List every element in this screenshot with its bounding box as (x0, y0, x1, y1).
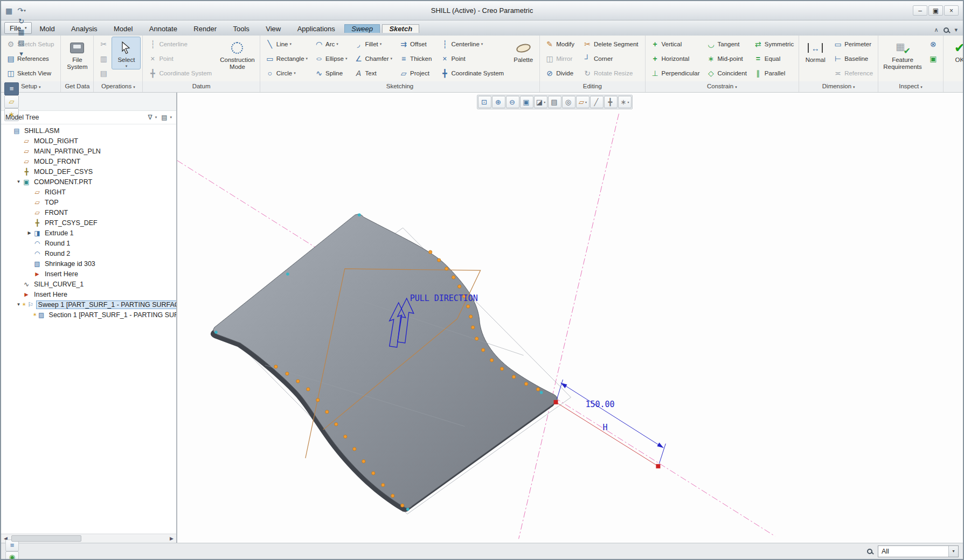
zoom-in-icon[interactable]: ⊕ (492, 96, 505, 108)
tree-item[interactable]: ◠ Round 2 (1, 248, 176, 258)
group-label-dimension[interactable]: Dimension▾ (799, 81, 878, 92)
view-manager-icon[interactable]: ◎ (562, 96, 575, 108)
constraint-button[interactable]: ⇄ Symmetric (751, 37, 796, 51)
restore-button[interactable]: ▣ (928, 5, 943, 16)
constraint-button[interactable]: ◡ Tangent (704, 37, 750, 51)
display-style-icon[interactable]: ◪▾ (534, 96, 547, 108)
repaint-icon[interactable]: ▣ (520, 96, 533, 108)
dimension-tool-button[interactable]: ⊢ Baseline (830, 52, 876, 66)
expander-icon[interactable]: ▼ (15, 179, 22, 184)
sketch-tool-button[interactable]: ┆ Centerline ▾ (437, 37, 508, 51)
expander-icon[interactable]: ▼ (15, 302, 22, 307)
search-icon[interactable] (944, 27, 949, 33)
minimize-button[interactable]: – (913, 5, 927, 16)
feature-requirements-button[interactable]: FeatureRequirements (880, 37, 925, 71)
collapse-ribbon-icon[interactable]: ∧ (934, 26, 938, 33)
constraint-button[interactable]: ∗ Mid-point (704, 52, 750, 66)
tree-filter-icon[interactable]: ∇▾ (148, 114, 157, 121)
tree-item[interactable]: ▱ RIGHT (1, 187, 176, 197)
screen-icon[interactable]: ▤ (16, 38, 27, 48)
scrollbar-thumb[interactable] (11, 535, 81, 542)
close-button[interactable]: × (944, 5, 959, 16)
tree-item[interactable]: ► Insert Here (1, 269, 176, 279)
sketch-reference-line[interactable] (556, 402, 658, 466)
ribbon-tab[interactable]: Sweep (344, 24, 380, 33)
tree-horizontal-scrollbar[interactable]: ◀ ▶ (1, 534, 176, 543)
tree-item[interactable]: ▤ SHILL.ASM (1, 125, 176, 136)
constraint-button[interactable]: + Vertical (648, 37, 703, 51)
annotations-toggle-icon[interactable]: ∗▾ (618, 96, 632, 108)
dimension-value[interactable]: 150.00 (585, 400, 614, 409)
zoom-out-icon[interactable]: ⊖ (506, 96, 519, 108)
sketch-tool-button[interactable]: ▱ Project (396, 66, 436, 80)
edit-tool-button[interactable]: ✂ Delete Segment (580, 37, 642, 51)
new-window-icon[interactable]: ▦ (16, 27, 27, 38)
tree-item[interactable]: ▧ Shrinkage id 303 (1, 258, 176, 269)
datum-points-toggle-icon[interactable]: ╋ (604, 96, 618, 108)
clipboard-button[interactable]: ✂ (96, 37, 111, 51)
constraint-button[interactable]: ◇ Coincident (704, 66, 750, 80)
tree-item[interactable]: ∗ ▨ Section 1 [PART_SURF_1 - PARTING SUR… (1, 310, 176, 320)
scroll-right-icon[interactable]: ▶ (167, 536, 176, 541)
selection-filter-dropdown[interactable]: All ▾ (878, 545, 959, 557)
ribbon-small-button[interactable]: ◫ Sketch View (3, 66, 58, 80)
ribbon-tab[interactable]: Mold (32, 24, 61, 33)
sketch-tool-button[interactable]: ○ Circle ▾ (262, 66, 310, 80)
group-label-constrain[interactable]: Constrain▾ (646, 81, 799, 92)
endpoint-handle[interactable] (656, 464, 660, 468)
ribbon-small-button[interactable]: ╋ Coordinate System (145, 66, 216, 80)
chevron-down-icon[interactable]: ▾ (948, 546, 958, 557)
status-globe-icon[interactable]: ◉ (5, 551, 19, 560)
normal-dimension-button[interactable]: Normal (801, 37, 829, 64)
tree-item[interactable]: ▱ FRONT (1, 207, 176, 218)
graphics-area[interactable]: PULL DIRECTION 150.00 H (177, 93, 963, 543)
ribbon-tab[interactable]: Tools (226, 24, 256, 33)
ok-button[interactable]: ✔ OK (946, 37, 964, 64)
tree-settings-icon[interactable]: ▤▾ (161, 114, 172, 121)
group-label-operations[interactable]: Operations▾ (94, 81, 142, 92)
customize-toolbar-icon[interactable]: ▾ (16, 48, 27, 59)
construction-mode-button[interactable]: ConstructionMode (217, 37, 258, 71)
constraint-button[interactable]: ⊥ Perpendicular (648, 66, 703, 80)
endpoint-handle[interactable] (554, 400, 558, 404)
group-label-datum[interactable]: Datum (143, 81, 259, 92)
undo-icon[interactable]: ↶▾ (16, 0, 27, 5)
redo-icon[interactable]: ↷▾ (16, 5, 27, 16)
tree-item[interactable]: ∿ SILH_CURVE_1 (1, 279, 176, 289)
tree-item[interactable]: ╋ MOLD_DEF_CSYS (1, 166, 176, 177)
ribbon-tab[interactable]: Render (186, 24, 224, 33)
tree-item[interactable]: ▱ TOP (1, 197, 176, 207)
group-label-close[interactable]: Close (944, 81, 964, 92)
tree-item[interactable]: ╋ PRT_CSYS_DEF (1, 218, 176, 228)
tree-item[interactable]: ▶ ◨ Extrude 1 (1, 228, 176, 238)
edit-tool-button[interactable]: ┘ Corner (580, 52, 642, 66)
dimension-tool-button[interactable]: ▭ Perimeter (830, 37, 876, 51)
expander-icon[interactable]: ▶ (26, 230, 33, 235)
ribbon-tab[interactable]: Applications (290, 24, 342, 33)
sketch-tool-button[interactable]: ⇉ Offset (396, 37, 436, 51)
sketch-tool-button[interactable]: ≡ Thicken (396, 52, 436, 66)
centerline-axis-2[interactable] (519, 114, 619, 538)
sketch-tool-button[interactable]: ╋ Coordinate System (437, 66, 508, 80)
datum-planes-toggle-icon[interactable]: ▱▾ (576, 96, 590, 108)
group-label-inspect[interactable]: Inspect▾ (878, 81, 943, 92)
sketch-tool-button[interactable]: ∠ Chamfer ▾ (351, 52, 395, 66)
ribbon-tab[interactable]: Sketch (382, 24, 419, 33)
sketch-tool-button[interactable]: ∿ Spline (311, 66, 350, 80)
3d-viewport[interactable]: PULL DIRECTION 150.00 H (177, 93, 963, 543)
sketch-tool-button[interactable]: ○ Ellipse ▾ (311, 52, 350, 66)
constraint-button[interactable]: + Horizontal (648, 52, 703, 66)
tree-item[interactable]: ▱ MAIN_PARTING_PLN (1, 146, 176, 156)
sketch-tool-button[interactable]: ◠ Arc ▾ (311, 37, 350, 51)
clipboard-button[interactable]: ▤ (96, 66, 111, 80)
sketch-tool-button[interactable]: A Text (351, 66, 395, 80)
scrollbar-track[interactable] (10, 534, 167, 543)
tree-item[interactable]: ▼ ▣ COMPONENT.PRT (1, 177, 176, 187)
ribbon-small-button[interactable]: × Point (145, 52, 216, 66)
constraint-button[interactable]: = Equal (751, 52, 796, 66)
sketch-tool-button[interactable]: ▭ Rectangle ▾ (262, 52, 310, 66)
edit-tool-button[interactable]: ◫ Mirror (542, 52, 579, 66)
ribbon-options-icon[interactable]: ▾ (954, 26, 958, 33)
datum-axes-toggle-icon[interactable]: ╱ (590, 96, 604, 108)
sketch-tool-button[interactable]: ◞ Fillet ▾ (351, 37, 395, 51)
